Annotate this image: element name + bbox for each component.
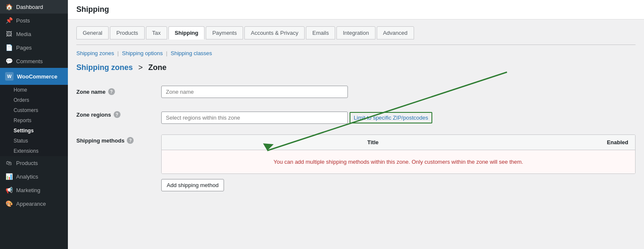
- posts-icon: 📌: [5, 17, 13, 24]
- content-area: General Products Tax Shipping Payments A…: [68, 20, 644, 249]
- sidebar-item-orders[interactable]: Orders: [0, 95, 68, 105]
- woo-icon: W: [5, 72, 14, 81]
- woocommerce-sub-menu: Home Orders Customers Reports Settings S…: [0, 85, 68, 156]
- methods-table: Title Enabled You can add multiple shipp…: [161, 134, 636, 174]
- sidebar-item-label: Comments: [16, 58, 43, 64]
- tab-accounts[interactable]: Accounts & Privacy: [244, 26, 305, 39]
- sidebar-item-status[interactable]: Status: [0, 136, 68, 146]
- tab-integration[interactable]: Integration: [336, 26, 375, 39]
- marketing-icon: 📢: [5, 186, 13, 194]
- sidebar-item-customers[interactable]: Customers: [0, 105, 68, 115]
- sidebar-item-extensions[interactable]: Extensions: [0, 146, 68, 156]
- main-content: Shipping General Products Tax Shipping P…: [68, 0, 644, 249]
- subnav-separator-2: |: [166, 50, 169, 56]
- shipping-methods-area: Title Enabled You can add multiple shipp…: [161, 134, 636, 191]
- sidebar: 🏠 Dashboard 📌 Posts 🖼 Media 📄 Pages 💬 Co…: [0, 0, 68, 249]
- add-shipping-method-button[interactable]: Add shipping method: [161, 179, 224, 191]
- zone-name-label: Zone name ?: [76, 86, 161, 95]
- products-icon: 🛍: [5, 159, 13, 167]
- comments-icon: 💬: [5, 57, 13, 65]
- sidebar-item-marketing[interactable]: 📢 Marketing: [0, 183, 68, 197]
- sidebar-item-label: Products: [16, 160, 38, 166]
- subnav-shipping-zones[interactable]: Shipping zones: [76, 50, 114, 56]
- settings-tabs: General Products Tax Shipping Payments A…: [76, 26, 636, 45]
- woocommerce-label: WooCommerce: [17, 73, 57, 80]
- tab-payments[interactable]: Payments: [206, 26, 243, 39]
- sidebar-item-reports[interactable]: Reports: [0, 115, 68, 126]
- analytics-icon: 📊: [5, 173, 13, 180]
- sidebar-item-products[interactable]: 🛍 Products: [0, 156, 68, 170]
- page-title: Shipping: [68, 0, 644, 20]
- sidebar-item-label: Media: [16, 31, 31, 37]
- sidebar-item-analytics[interactable]: 📊 Analytics: [0, 170, 68, 183]
- appearance-icon: 🎨: [5, 200, 13, 207]
- zone-name-help-icon[interactable]: ?: [108, 88, 115, 95]
- breadcrumb-arrow: >: [138, 63, 143, 72]
- shipping-methods-row: Shipping methods ? Title Enabled You can…: [76, 129, 636, 196]
- breadcrumb-current: Zone: [148, 63, 167, 72]
- shipping-methods-label: Shipping methods ?: [76, 134, 161, 144]
- sidebar-item-label: Marketing: [16, 187, 40, 193]
- methods-table-header: Title Enabled: [162, 135, 635, 150]
- tab-advanced[interactable]: Advanced: [377, 26, 414, 39]
- sidebar-item-label: Dashboard: [16, 4, 43, 10]
- sidebar-item-label: Appearance: [16, 201, 46, 207]
- subnav-separator-1: |: [118, 50, 120, 56]
- tab-emails[interactable]: Emails: [306, 26, 335, 39]
- dashboard-icon: 🏠: [5, 3, 13, 11]
- zone-regions-row: Zone regions ? Limit to specific ZIP/pos…: [76, 104, 636, 129]
- zone-name-row: Zone name ?: [76, 81, 636, 104]
- sidebar-item-label: Analytics: [16, 173, 38, 180]
- shipping-methods-help-icon[interactable]: ?: [127, 137, 134, 144]
- tabs-row: General Products Tax Shipping Payments A…: [76, 26, 636, 39]
- woocommerce-menu-header[interactable]: W WooCommerce: [0, 68, 68, 85]
- sub-navigation: Shipping zones | Shipping options | Ship…: [76, 50, 636, 56]
- limit-link-container: Limit to specific ZIP/postcodes: [350, 112, 433, 123]
- sidebar-item-pages[interactable]: 📄 Pages: [0, 41, 68, 54]
- sidebar-item-label: Pages: [16, 45, 32, 51]
- subnav-shipping-options[interactable]: Shipping options: [122, 50, 163, 56]
- subnav-shipping-classes[interactable]: Shipping classes: [171, 50, 212, 56]
- zone-regions-input[interactable]: [161, 112, 348, 124]
- tab-products[interactable]: Products: [110, 26, 144, 39]
- sidebar-item-dashboard[interactable]: 🏠 Dashboard: [0, 0, 68, 14]
- zone-regions-label: Zone regions ?: [76, 109, 161, 118]
- sidebar-item-comments[interactable]: 💬 Comments: [0, 54, 68, 68]
- sidebar-item-settings[interactable]: Settings: [0, 126, 68, 136]
- sidebar-item-appearance[interactable]: 🎨 Appearance: [0, 197, 68, 210]
- zone-name-input[interactable]: [161, 86, 348, 98]
- breadcrumb: Shipping zones > Zone: [76, 63, 636, 72]
- media-icon: 🖼: [5, 30, 13, 38]
- methods-empty-message: You can add multiple shipping methods wi…: [162, 150, 635, 173]
- tab-shipping[interactable]: Shipping: [168, 26, 205, 39]
- sidebar-item-home[interactable]: Home: [0, 85, 68, 95]
- methods-col-enabled: Enabled: [577, 139, 628, 145]
- methods-col-title: Title: [168, 139, 577, 145]
- sidebar-item-label: Posts: [16, 17, 30, 24]
- tab-tax[interactable]: Tax: [146, 26, 167, 39]
- zone-name-input-area: [161, 86, 636, 98]
- tab-general[interactable]: General: [76, 26, 109, 39]
- pages-icon: 📄: [5, 44, 13, 51]
- sidebar-item-posts[interactable]: 📌 Posts: [0, 14, 68, 27]
- zone-regions-help-icon[interactable]: ?: [114, 111, 120, 118]
- breadcrumb-link[interactable]: Shipping zones: [76, 63, 133, 72]
- sidebar-item-media[interactable]: 🖼 Media: [0, 27, 68, 41]
- zone-regions-input-area: Limit to specific ZIP/postcodes: [161, 109, 636, 124]
- limit-zip-link[interactable]: Limit to specific ZIP/postcodes: [350, 112, 433, 123]
